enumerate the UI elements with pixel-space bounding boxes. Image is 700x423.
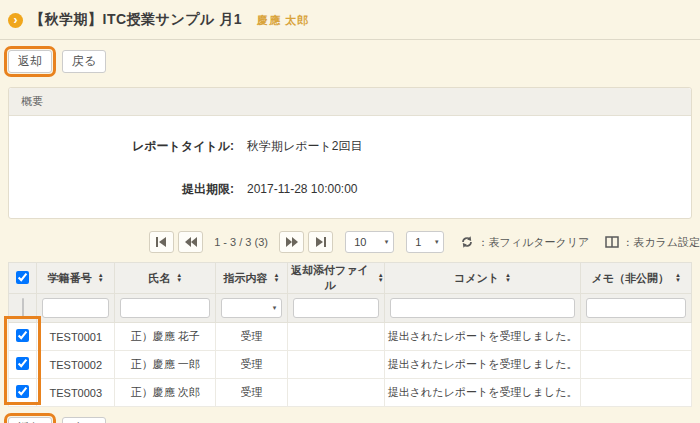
cell-comment: 提出されたレポートを受理しました。 [384,351,581,379]
row-checkbox-3[interactable] [16,385,29,398]
cell-name: 正）慶應 一郎 [115,351,215,379]
first-page-icon [155,237,168,247]
cell-attachment [288,323,384,351]
filter-input-attachment[interactable] [293,298,378,318]
column-header-name[interactable]: 氏名 ▲▼ [115,263,215,294]
cell-student-id: TEST0001 [37,323,115,351]
results-table-wrap: 学籍番号 ▲▼ 氏名 ▲▼ 指示内容 ▲▼ 返却添付ファイル ▲▼ コメント [8,262,692,407]
column-settings-label: ：表カラム設定 [622,235,700,250]
cell-student-id: TEST0002 [37,351,115,379]
prev-page-icon [184,237,198,247]
table-columns-icon[interactable] [605,236,619,248]
cell-name: 正）慶應 次郎 [115,379,215,407]
page-range-label: 1 - 3 / 3 (3) [214,236,268,248]
cell-name: 正）慶應 花子 [115,323,215,351]
return-button-top[interactable]: 返却 [8,50,52,73]
column-header-memo[interactable]: メモ（非公開） ▲▼ [581,263,692,294]
refresh-icon[interactable] [460,235,474,249]
last-page-button[interactable] [308,231,333,253]
report-title-value: 秋学期レポート2回目 [247,138,363,155]
filter-input-comment[interactable] [390,298,576,318]
overview-panel-title: 概要 [9,88,691,116]
chevron-bullet-icon: › [8,13,23,28]
overview-panel: 概要 レポートタイトル: 秋学期レポート2回目 提出期限: 2017-11-28… [8,87,692,219]
table-row: TEST0002 正）慶應 一郎 受理 提出されたレポートを受理しました。 [9,351,692,379]
sort-icon: ▲▼ [675,273,681,283]
report-title-row: レポートタイトル: 秋学期レポート2回目 [9,138,691,155]
last-page-icon [314,237,327,247]
filter-select-instruction[interactable]: ▾ [221,298,282,318]
cell-comment: 提出されたレポートを受理しました。 [384,379,581,407]
back-button-bottom[interactable]: 戻る [62,417,106,423]
results-table: 学籍番号 ▲▼ 氏名 ▲▼ 指示内容 ▲▼ 返却添付ファイル ▲▼ コメント [8,262,692,407]
cell-memo [581,323,692,351]
page-number-value: 1 [415,236,421,248]
first-page-button[interactable] [149,231,174,253]
filter-clear-group: ：表フィルタークリア [460,235,589,250]
row-checkbox-2[interactable] [16,357,29,370]
back-button-top[interactable]: 戻る [62,50,106,73]
cell-memo [581,351,692,379]
filter-checkbox-cell [9,294,37,323]
top-toolbar: 返却 戻る [0,40,700,74]
page-number-select[interactable]: 1 ▾ [406,231,444,253]
cell-attachment [288,379,384,407]
cell-instruction: 受理 [215,323,287,351]
column-header-instruction[interactable]: 指示内容 ▲▼ [215,263,287,294]
filter-input-student-id[interactable] [42,298,109,318]
select-all-checkbox[interactable] [16,271,29,284]
deadline-row: 提出期限: 2017-11-28 10:00:00 [9,181,691,198]
column-header-student-id[interactable]: 学籍番号 ▲▼ [37,263,115,294]
sort-icon: ▲▼ [98,273,104,283]
sort-icon: ▲▼ [378,273,384,283]
page-size-value: 10 [354,236,366,248]
table-row: TEST0003 正）慶應 次郎 受理 提出されたレポートを受理しました。 [9,379,692,407]
deadline-value: 2017-11-28 10:00:00 [247,182,358,196]
deadline-label: 提出期限: [9,181,234,198]
cell-attachment [288,351,384,379]
cell-memo [581,379,692,407]
sort-icon: ▲▼ [505,273,511,283]
cell-instruction: 受理 [215,351,287,379]
row-checkbox-1[interactable] [16,329,29,342]
cell-student-id: TEST0003 [37,379,115,407]
sort-icon: ▲▼ [274,273,280,283]
filter-input-name[interactable] [120,298,209,318]
page-header: › 【秋学期】ITC授業サンプル 月1 慶應 太郎 [0,0,700,29]
sort-icon: ▲▼ [176,273,182,283]
user-name-link[interactable]: 慶應 太郎 [257,13,309,28]
column-settings-group: ：表カラム設定 [605,235,700,250]
column-header-comment[interactable]: コメント ▲▼ [384,263,581,294]
next-page-button[interactable] [279,231,304,253]
bottom-toolbar: 返却 戻る [0,407,700,423]
prev-page-button[interactable] [178,231,203,253]
page-title: 【秋学期】ITC授業サンプル 月1 [30,11,242,29]
table-row: TEST0001 正）慶應 花子 受理 提出されたレポートを受理しました。 [9,323,692,351]
overview-panel-body: レポートタイトル: 秋学期レポート2回目 提出期限: 2017-11-28 10… [9,116,691,218]
disabled-filter-box [22,298,24,317]
caret-down-icon: ▾ [385,238,389,246]
cell-instruction: 受理 [215,379,287,407]
caret-down-icon: ▾ [435,238,439,246]
pagination-bar: 1 - 3 / 3 (3) 10 ▾ 1 ▾ ：表フィルタークリア [149,230,700,254]
column-header-attachment[interactable]: 返却添付ファイル ▲▼ [288,263,384,294]
select-all-header-cell [9,263,37,294]
report-title-label: レポートタイトル: [9,138,234,155]
filter-clear-label: ：表フィルタークリア [477,235,589,250]
page-size-select[interactable]: 10 ▾ [345,231,394,253]
table-header-row: 学籍番号 ▲▼ 氏名 ▲▼ 指示内容 ▲▼ 返却添付ファイル ▲▼ コメント [9,263,692,294]
table-filter-row: ▾ [9,294,692,323]
caret-down-icon: ▾ [273,304,277,312]
cell-comment: 提出されたレポートを受理しました。 [384,323,581,351]
return-button-bottom[interactable]: 返却 [8,417,52,423]
filter-input-memo[interactable] [586,298,686,318]
next-page-icon [285,237,299,247]
